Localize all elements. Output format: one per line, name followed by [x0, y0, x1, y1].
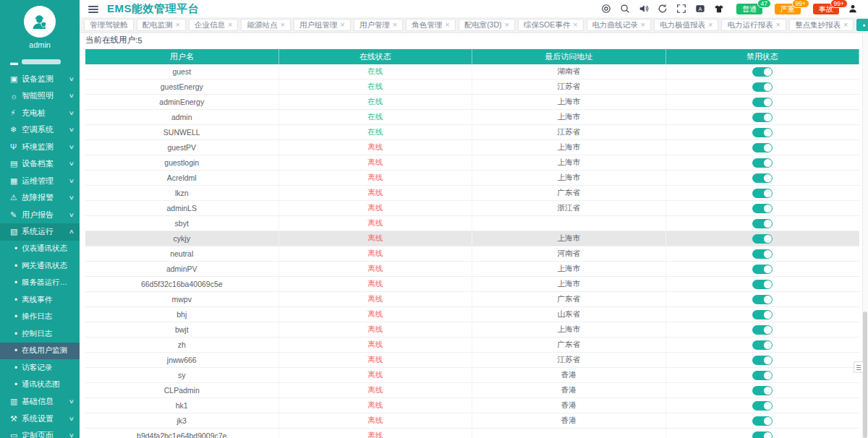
tab-close-icon[interactable]: ×	[708, 21, 712, 29]
tab[interactable]: ● 在线用户监测 ×	[856, 19, 868, 31]
disable-toggle[interactable]	[752, 113, 773, 122]
disable-toggle[interactable]	[752, 67, 773, 77]
cell-location: 广东省	[472, 186, 666, 201]
language-icon[interactable]: A	[694, 4, 705, 14]
alarm-badge[interactable]: 普通 47	[736, 4, 762, 14]
cell-location: 香港	[472, 398, 666, 413]
scrollbar-thumb[interactable]	[863, 312, 867, 438]
disable-toggle[interactable]	[752, 401, 773, 411]
sidebar-item[interactable]: ▬	[0, 53, 80, 71]
sidebar-item[interactable]: ⚒ 系统设置 ∨	[0, 411, 80, 428]
tab[interactable]: 角色管理 ×	[406, 19, 455, 31]
disable-toggle[interactable]	[752, 280, 773, 289]
disable-toggle[interactable]	[752, 265, 773, 274]
sidebar-item[interactable]: • 在线用户监测	[0, 343, 80, 360]
sidebar-item[interactable]: ✎ 用户报告 ∨	[0, 207, 80, 224]
disable-toggle[interactable]	[752, 295, 773, 304]
tab-close-icon[interactable]: ×	[505, 21, 509, 29]
tab-label: 综保SOE事件	[524, 20, 570, 30]
alarm-label: 普通	[742, 5, 757, 13]
target-icon[interactable]	[600, 4, 611, 14]
sidebar-item[interactable]: ⚠ 故障报警 ∨	[0, 189, 80, 207]
tab[interactable]: 电力运行报表 ×	[721, 19, 786, 31]
tab-close-icon[interactable]: ×	[843, 21, 848, 29]
panel-drag-handle[interactable]	[854, 361, 863, 373]
sidebar-item[interactable]: • 通讯状态图	[0, 377, 80, 394]
alarm-badge[interactable]: 事故 99+	[813, 4, 839, 14]
tab-close-icon[interactable]: ×	[393, 21, 397, 29]
sidebar-item[interactable]: ⚡ 充电桩 ∨	[0, 105, 80, 122]
tab[interactable]: 电力曲线记录 ×	[587, 19, 651, 31]
tab-close-icon[interactable]: ×	[340, 21, 344, 29]
sidebar-item[interactable]: • 控制日志	[0, 325, 80, 343]
disable-toggle[interactable]	[752, 249, 773, 259]
search-icon[interactable]	[619, 4, 630, 14]
tab-close-icon[interactable]: ×	[445, 21, 449, 29]
disable-toggle[interactable]	[752, 310, 773, 319]
sidebar-item[interactable]: • 仪表通讯状态	[0, 241, 80, 258]
tab[interactable]: 用户管理 ×	[354, 19, 403, 31]
disable-toggle[interactable]	[752, 143, 773, 153]
tab[interactable]: 企业信息 ×	[189, 19, 238, 31]
disable-toggle[interactable]	[752, 128, 773, 137]
disable-toggle[interactable]	[752, 158, 773, 168]
sidebar-item[interactable]: ▤ 设备档案 ∨	[0, 155, 80, 173]
sidebar-item[interactable]: • 操作日志	[0, 309, 80, 326]
sidebar-item[interactable]: ▧ 系统运行 ∧	[0, 223, 80, 241]
tab-close-icon[interactable]: ×	[228, 21, 232, 29]
table-row: admin 在线 上海市	[85, 110, 859, 125]
disable-toggle[interactable]	[752, 219, 773, 228]
refresh-icon[interactable]	[657, 4, 668, 14]
disable-toggle[interactable]	[752, 371, 773, 380]
sidebar-item[interactable]: • 网关通讯状态	[0, 257, 80, 275]
tab-close-icon[interactable]: ×	[641, 21, 645, 29]
cell-disable-status	[666, 292, 860, 307]
sidebar-item[interactable]: ▣ 设备监测 ∨	[0, 71, 80, 88]
speaker-icon[interactable]	[638, 4, 649, 14]
cell-disable-status	[666, 125, 860, 140]
tab-close-icon[interactable]: ×	[775, 21, 780, 29]
tab-close-icon[interactable]: ×	[280, 21, 284, 29]
disable-toggle[interactable]	[752, 234, 773, 244]
sidebar-item[interactable]: ▭ 定制页面 ∨	[0, 427, 80, 438]
alarm-badge[interactable]: 严重 99+	[775, 4, 801, 14]
disable-toggle[interactable]	[752, 204, 773, 213]
user-icon[interactable]	[847, 4, 858, 14]
sidebar-item[interactable]: ☼ 智能照明 ∨	[0, 87, 80, 105]
avatar[interactable]	[24, 6, 56, 38]
sidebar-item[interactable]: • 服务器运行状态	[0, 275, 80, 292]
theme-shirt-icon[interactable]	[713, 4, 724, 14]
tab-close-icon[interactable]: ×	[176, 21, 180, 29]
cell-online-status: 离线	[279, 292, 473, 307]
sidebar-item[interactable]: • 访客记录	[0, 359, 80, 377]
disable-toggle[interactable]	[752, 386, 773, 395]
disable-toggle[interactable]	[752, 416, 773, 426]
tab[interactable]: 配电监测 ×	[137, 19, 186, 31]
disable-toggle[interactable]	[752, 431, 773, 438]
menu-toggle-icon[interactable]	[88, 4, 98, 14]
tab[interactable]: 综保SOE事件 ×	[518, 19, 584, 31]
disable-toggle[interactable]	[752, 98, 773, 107]
disable-toggle[interactable]	[752, 325, 773, 335]
tab[interactable]: 能源站点 ×	[241, 19, 290, 31]
disable-toggle[interactable]	[752, 82, 773, 92]
tab[interactable]: 配电室(3D) ×	[459, 19, 515, 31]
disable-toggle[interactable]	[752, 356, 773, 365]
cell-online-status: 在线	[279, 80, 473, 95]
sidebar-item[interactable]: • 离线事件	[0, 291, 80, 309]
tab[interactable]: 电力极值报表 ×	[654, 19, 718, 31]
tab-close-icon[interactable]: ×	[573, 21, 577, 29]
sidebar-item[interactable]: ❄ 空调系统 ∨	[0, 121, 80, 139]
sidebar-item[interactable]: Ψ 环境监测 ∨	[0, 139, 80, 156]
table-row: Acreldml 离线 上海市	[85, 171, 859, 186]
sidebar-item[interactable]: ▥ 基础信息 ∨	[0, 393, 80, 411]
disable-toggle[interactable]	[752, 340, 773, 350]
cell-location: 广东省	[472, 292, 666, 307]
fullscreen-icon[interactable]	[676, 4, 686, 14]
sidebar-item[interactable]: ▦ 运维管理 ∨	[0, 173, 80, 190]
tab[interactable]: 管理驾驶舱	[84, 19, 134, 31]
tab[interactable]: 用户组管理 ×	[294, 19, 351, 31]
tab[interactable]: 整点集抄报表 ×	[789, 19, 854, 31]
disable-toggle[interactable]	[752, 173, 773, 183]
disable-toggle[interactable]	[752, 189, 773, 198]
